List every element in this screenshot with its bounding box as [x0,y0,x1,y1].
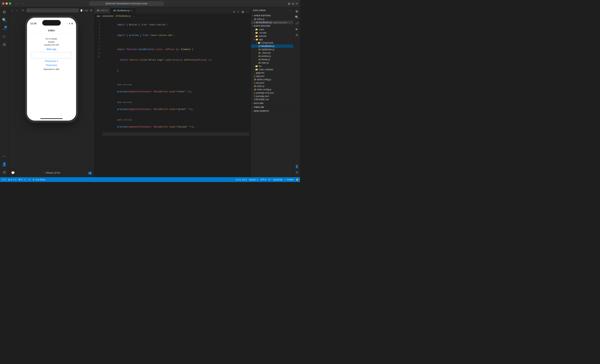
chat-icon[interactable]: 💬 [11,171,15,175]
reload-button[interactable]: ↻ [21,8,25,13]
right-sidebar-icon[interactable]: ▣ [294,9,300,14]
expo-router-header[interactable]: ▾ EXPO-ROUTER [251,24,293,28]
throw-error-link[interactable]: Throw error [46,64,57,66]
breadcrumb-more[interactable]: … [133,15,135,17]
another-file[interactable]: JS another.js [251,55,293,58]
phone-input-box[interactable] [31,52,72,58]
eas-json-file[interactable]: {} eas.json [251,81,293,84]
close-editor-x[interactable]: × [254,21,255,24]
status-run[interactable]: ▷ [25,178,26,181]
close-tab-button[interactable]: × [131,9,132,12]
js-icon: JS [258,48,261,51]
tab-nicebutton-js[interactable]: JS NiceButton.js × [111,7,135,14]
nicebutton-file[interactable]: JS NiceButton.js [251,45,293,48]
phone-time: 11:33 [30,22,37,25]
editor-scrollbar[interactable] [249,18,251,177]
breadcrumb-file[interactable]: JS NiceButton.js [116,15,131,17]
status-eol[interactable]: LF [268,178,271,181]
breadcrumb-components[interactable]: components [102,15,113,17]
activity-search-icon[interactable]: 🔍 [1,17,8,23]
status-spaces[interactable]: Spaces: 2 [249,178,258,181]
open-editors-header[interactable]: ▾ OPEN EDITORS [251,14,293,18]
readme-file[interactable]: ℹ README.md [251,98,293,101]
throw-error-1-link[interactable]: Throw error 1 [45,60,58,63]
expo-folder[interactable]: › 📁 .expo [251,28,293,31]
right-run-icon[interactable]: ▶ [294,26,300,31]
timeline-header[interactable]: › TIMELINE [251,105,293,109]
node-modules-folder[interactable]: › 📁 node_modules [251,68,293,71]
activity-explorer-icon[interactable]: ⊙ [1,9,8,15]
right-search-icon[interactable]: 🔍 [294,14,300,20]
minimize-button[interactable] [6,2,8,5]
js-icon: JS [258,62,261,64]
right-git-icon[interactable]: ⎇ [294,20,300,26]
status-branch[interactable]: ⎇ X [1,178,6,181]
vscode-folder[interactable]: › 📁 .vscode [251,31,293,35]
metro-file[interactable]: JS metro.config.js [251,88,293,91]
panel-icon[interactable]: ▤ [292,2,294,5]
logs-button[interactable]: 📋 Logs [80,9,88,12]
status-sync[interactable]: ↺ [28,178,30,181]
outline-header[interactable]: › OUTLINE [251,101,293,105]
split-right-button[interactable]: ▣ [241,10,245,14]
write-logs-link[interactable]: Write logs [47,48,56,51]
npm-scripts-section: › NPM SCRIPTS [251,109,293,113]
run-file-button[interactable]: ▷ [237,10,240,14]
url-bar[interactable] [27,9,79,12]
npm-scripts-header[interactable]: › NPM SCRIPTS [251,109,293,113]
status-port[interactable]: ⌘ 0 [19,178,22,181]
package-lock-file[interactable]: {} package-lock.json [251,91,293,94]
forward-button[interactable]: → [20,1,25,6]
layout-file[interactable]: JS _layout.js [251,51,293,55]
open-editor-nicebutton[interactable]: × JS NiceButton.js app/components [251,21,293,24]
more-actions-button[interactable]: ··· [245,10,249,14]
open-editor-index-js[interactable]: JS index.js [251,18,293,21]
back-button[interactable]: ← [14,1,19,6]
back-nav-button[interactable]: ← [15,8,20,13]
share-icon[interactable]: 👥 [88,171,92,175]
uglybutton-file[interactable]: JS UglyButton.js [251,48,293,51]
close-button[interactable] [2,2,4,5]
vscode-folder-label: .vscode [259,31,266,34]
app-index-file[interactable]: JS index.js [251,61,293,65]
right-extension-icon[interactable]: ⊞ [294,32,300,37]
root-index-file[interactable]: JS index.js [251,84,293,88]
split-editor-button[interactable]: ⊕ [232,10,236,14]
titlebar-search[interactable]: [Extension Development Host] expo-router [90,1,164,6]
package-json-file[interactable]: {} package.json [251,94,293,98]
gitignore-file[interactable]: · .gitignore [251,71,293,75]
android-folder[interactable]: › 📁 android [251,35,293,38]
activity-run-icon[interactable]: ▷ [1,33,8,40]
babel-file[interactable]: JS babel.config.js [251,78,293,81]
status-liveshare[interactable]: ⚡ Live Share [32,178,45,181]
home-button[interactable]: ⌂ [10,8,14,13]
js-icon: JS [258,59,261,61]
app-json-file[interactable]: {} app.json [251,75,293,78]
status-position[interactable]: Ln 11, Col 1 [236,178,247,181]
details-file[interactable]: JS details.js [251,58,293,61]
activity-settings-icon[interactable]: ⚙ [1,169,8,176]
logs-label: Logs [84,9,88,12]
maximize-button[interactable] [9,2,11,5]
status-language[interactable]: JavaScript [273,178,282,181]
activity-remote-icon[interactable]: ↔ [1,153,8,159]
right-account-icon[interactable]: 👤 [294,164,300,169]
activity-git-icon[interactable]: ⎇ 1 [1,25,8,31]
app-folder[interactable]: ▾ 📁 app [251,38,293,41]
status-prettier[interactable]: ✓ Prettier [285,178,294,181]
simulator-settings-button[interactable]: ⚙ [90,9,93,12]
grid-icon[interactable]: ⊞ [296,2,298,5]
explorer-more-icon[interactable]: ··· [289,9,291,11]
ios-folder[interactable]: › 📁 ios [251,65,293,68]
right-settings-icon[interactable]: ⚙ [294,170,300,175]
tab-index-js[interactable]: JS index.js [94,7,111,14]
status-errors[interactable]: ⊗ 0 ⚠ 0 [8,178,16,181]
code-content[interactable]: import { Button } from 'react-native'; i… [102,18,249,177]
activity-extensions-icon[interactable]: ⊞ [1,41,8,48]
status-encoding[interactable]: UTF-8 [260,178,266,181]
components-folder[interactable]: ▾ 📁 components [251,41,293,45]
layout-icon[interactable]: ▣ [288,2,290,5]
breadcrumb-app[interactable]: app [97,15,100,17]
status-notification[interactable]: 🔔 [296,178,299,181]
activity-account-icon[interactable]: 👤 [1,161,8,168]
